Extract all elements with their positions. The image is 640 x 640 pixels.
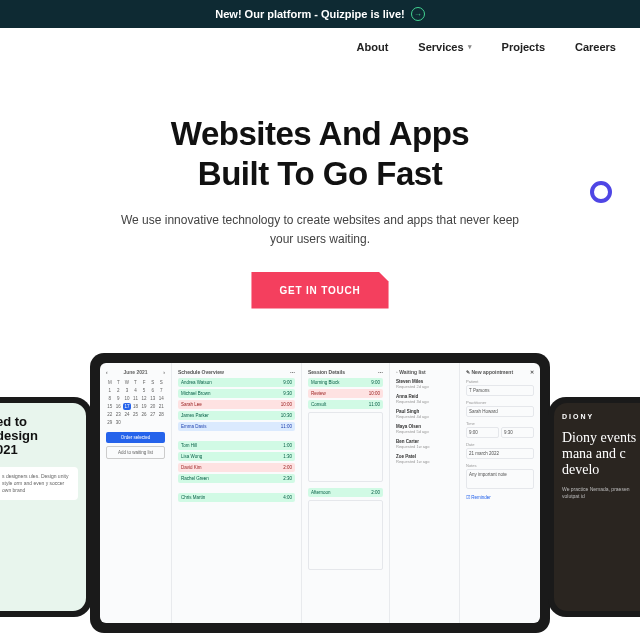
laptop: ‹June 2021› MTWTFSS 1234567 891011121314… (90, 353, 550, 633)
details-panel: Session Details⋯ Morning Block9:00 Revie… (302, 363, 390, 623)
hero-sub: We use innovative technology to create w… (120, 211, 520, 249)
calendar-panel: ‹June 2021› MTWTFSS 1234567 891011121314… (100, 363, 172, 623)
phone-left-card: s designers ules. Design unity style orm… (0, 467, 78, 500)
cta-button[interactable]: GET IN TOUCH (251, 272, 388, 309)
phone-right-body: We practice Nemada, praesen volutpat id (562, 486, 640, 500)
hero-title: Websites And AppsBuilt To Go Fast (40, 114, 600, 193)
nav-careers[interactable]: Careers (575, 41, 616, 53)
phone-right: DIONY Diony events mana and c develo We … (548, 397, 640, 617)
main-nav: About Services▾ Projects Careers (0, 28, 640, 66)
banner-text: New! Our platform - Quizpipe is live! (215, 8, 404, 20)
chevron-down-icon: ▾ (468, 43, 472, 51)
nav-services[interactable]: Services▾ (418, 41, 471, 53)
waiting-panel: ◦ Waiting list Steven MilesRequested 2d … (390, 363, 460, 623)
calendar-grid: MTWTFSS 1234567 891011121314 15161718192… (106, 379, 165, 426)
phone-right-logo: DIONY (562, 413, 640, 420)
waitlist-button[interactable]: Add to waiting list (106, 446, 165, 459)
phone-left: ed todesign021 s designers ules. Design … (0, 397, 92, 617)
schedule-panel: Schedule Overview⋯ Andrea Watson9:00 Mic… (172, 363, 302, 623)
appointment-panel: ✎ New appointment✕ PatientT Parsons Prac… (460, 363, 540, 623)
device-showcase: ed todesign021 s designers ules. Design … (0, 353, 640, 633)
nav-projects[interactable]: Projects (502, 41, 545, 53)
phone-right-title: Diony events mana and c develo (562, 430, 640, 478)
nav-about[interactable]: About (357, 41, 389, 53)
hero: Websites And AppsBuilt To Go Fast We use… (0, 66, 640, 329)
order-button[interactable]: Order selected (106, 432, 165, 443)
phone-left-title: ed todesign021 (0, 415, 78, 458)
arrow-circle-icon: → (411, 7, 425, 21)
announcement-banner[interactable]: New! Our platform - Quizpipe is live! → (0, 0, 640, 28)
decorative-ring-icon (590, 181, 612, 203)
